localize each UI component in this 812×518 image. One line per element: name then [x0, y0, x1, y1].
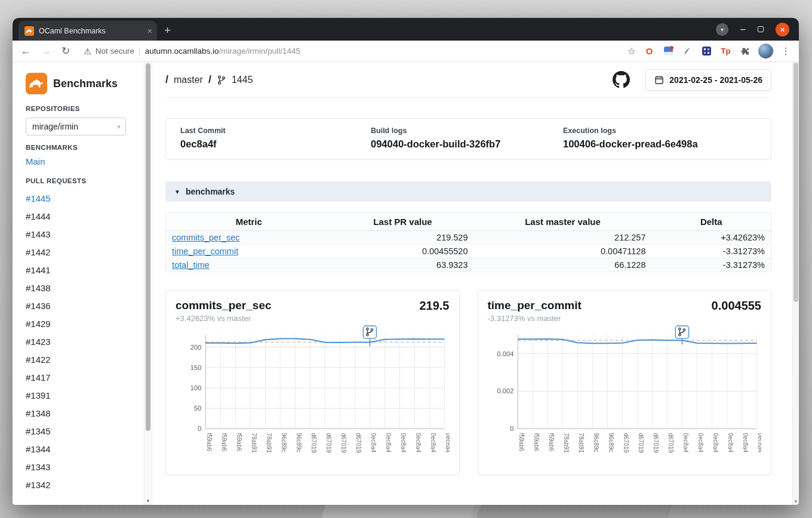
svg-text:78ab91: 78ab91	[578, 433, 585, 453]
toolbar-right-cluster: ☆ O Tp ⋮	[628, 44, 791, 58]
extension-icon-o[interactable]: O	[644, 45, 655, 57]
browser-menu-icon[interactable]: ⋮	[781, 45, 791, 57]
window-close-button[interactable]: ×	[776, 23, 789, 36]
svg-text:d67019: d67019	[623, 433, 629, 453]
page-scroll-down-icon[interactable]: ▼	[793, 499, 799, 504]
col-header-delta: Delta	[652, 213, 771, 231]
summary-card: Last Commit 0ec8a4f Build logs 094040-do…	[165, 118, 771, 159]
metric-cell: commits_per_sec	[166, 231, 332, 245]
benchmarks-section-header[interactable]: ▼ benchmarks	[165, 181, 771, 202]
feather-glyph	[683, 47, 692, 56]
svg-text:0.004: 0.004	[497, 350, 513, 357]
sidebar-item-pr-1417[interactable]: #1417	[26, 369, 135, 387]
sidebar-item-pr-1342[interactable]: #1342	[26, 476, 135, 494]
repository-select[interactable]: mirage/irmin ▾	[26, 118, 126, 135]
svg-text:0ec8a4: 0ec8a4	[727, 433, 734, 452]
page-scrollbar[interactable]: ▼	[792, 62, 799, 505]
table-row: time_per_commit0.004555200.00471128-3.31…	[166, 245, 771, 258]
svg-text:f59ab6: f59ab6	[518, 433, 525, 451]
chart-plot-time_per_commit[interactable]: 00.0020.004f59ab6f59ab6f59ab678ab9178ab9…	[488, 325, 762, 470]
last-commit-block: Last Commit 0ec8a4f	[180, 127, 371, 150]
url-host: autumn.ocamllabs.io	[145, 47, 219, 56]
sidebar-item-pr-1391[interactable]: #1391	[26, 387, 135, 405]
bookmark-star-icon[interactable]: ☆	[628, 45, 636, 57]
sidebar-item-pr-1344[interactable]: #1344	[26, 440, 135, 458]
extensions-puzzle-icon[interactable]	[739, 45, 751, 57]
svg-text:0ec8a4: 0ec8a4	[400, 433, 407, 452]
delta-cell: +3.42623%	[652, 231, 771, 245]
extension-icon-pixel[interactable]	[701, 45, 712, 57]
chart-card-commits_per_sec: commits_per_sec+3.42623% vs master219.50…	[165, 290, 460, 475]
svg-text:d67019: d67019	[355, 433, 362, 453]
pr-value-cell: 0.00455520	[332, 245, 474, 258]
metric-link[interactable]: total_time	[172, 260, 210, 270]
address-bar[interactable]: ⚠ Not secure | autumn.ocamllabs.io/mirag…	[84, 47, 617, 56]
tab-search-button[interactable]: ▾	[716, 23, 728, 36]
profile-avatar[interactable]	[758, 44, 773, 58]
svg-text:96c89c: 96c89c	[593, 433, 599, 452]
pr-value-cell: 63.9323	[332, 258, 474, 272]
charts-row: commits_per_sec+3.42623% vs master219.50…	[165, 290, 771, 475]
svg-text:f59ab6: f59ab6	[533, 433, 540, 451]
sidebar-scrollbar[interactable]: ▼	[144, 62, 152, 505]
last-commit-value: 0ec8a4f	[180, 138, 371, 150]
page-scrollbar-thumb[interactable]	[793, 63, 798, 302]
sidebar-item-pr-1348[interactable]: #1348	[26, 405, 135, 423]
header-right: 2021-02-25 - 2021-05-26	[613, 69, 771, 91]
minimize-button[interactable]: –	[740, 24, 746, 34]
svg-text:d67019: d67019	[310, 433, 317, 453]
new-tab-button[interactable]: +	[164, 24, 171, 37]
svg-text:96c89c: 96c89c	[281, 433, 287, 452]
extension-icon-tp[interactable]: Tp	[720, 45, 731, 57]
extension-icon-feather[interactable]	[682, 45, 693, 57]
svg-text:96c89c: 96c89c	[296, 433, 302, 452]
sidebar-item-pr-1443[interactable]: #1443	[26, 226, 135, 243]
sidebar-item-pr-1436[interactable]: #1436	[26, 297, 135, 315]
sidebar-item-pr-1345[interactable]: #1345	[26, 423, 135, 440]
sidebar-item-pr-1423[interactable]: #1423	[26, 333, 135, 351]
sidebar-scroll-down-icon[interactable]: ▼	[144, 498, 152, 504]
extension-icon-blue[interactable]	[663, 45, 674, 57]
breadcrumb-pr-number[interactable]: 1445	[232, 75, 253, 85]
chart-card-time_per_commit: time_per_commit-3.31273% vs master0.0045…	[478, 290, 772, 475]
svg-text:0ec8a4: 0ec8a4	[697, 433, 704, 452]
chart-title: time_per_commit	[488, 299, 582, 312]
sidebar-item-pr-1429[interactable]: #1429	[26, 315, 135, 333]
col-header-metric: Metric	[166, 213, 332, 231]
app-logo-camel-icon	[26, 73, 47, 94]
app-title: Benchmarks	[53, 78, 118, 90]
date-range-picker[interactable]: 2021-02-25 - 2021-05-26	[645, 69, 771, 91]
sidebar-item-pr-1343[interactable]: #1343	[26, 458, 135, 476]
chart-subtitle: -3.31273% vs master	[488, 314, 582, 323]
delta-cell: -3.31273%	[652, 258, 771, 272]
url-path: /mirage/irmin/pull/1445	[219, 47, 301, 56]
reload-button[interactable]: ↻	[61, 46, 70, 56]
back-button[interactable]: ←	[21, 46, 31, 56]
sidebar-item-pr-1441[interactable]: #1441	[26, 261, 135, 279]
master-value-cell: 66.1228	[474, 258, 652, 272]
desktop-background: OCaml Benchmarks × + ▾ – × ← → ↻ ⚠ Not s…	[0, 0, 812, 518]
sidebar-item-main[interactable]: Main	[26, 156, 135, 166]
sidebar-scrollbar-thumb[interactable]	[146, 63, 150, 431]
metric-link[interactable]: commits_per_sec	[172, 233, 240, 242]
github-icon[interactable]	[613, 71, 630, 88]
execution-logs-block: Execution logs 100406-docker-pread-6e498…	[563, 127, 698, 150]
chart-plot-commits_per_sec[interactable]: 050100150200f59ab6f59ab6f59ab678ab9178ab…	[176, 325, 450, 470]
sidebar-item-pr-1422[interactable]: #1422	[26, 351, 135, 369]
sidebar-item-pr-1442[interactable]: #1442	[26, 243, 135, 261]
forward-button[interactable]: →	[41, 46, 51, 56]
sidebar-item-pr-1438[interactable]: #1438	[26, 279, 135, 297]
breadcrumb-branch[interactable]: master	[174, 75, 203, 85]
browser-tab-bar: OCaml Benchmarks × + ▾ – ×	[13, 18, 799, 41]
browser-tab[interactable]: OCaml Benchmarks ×	[19, 21, 157, 41]
svg-text:0ec8a4: 0ec8a4	[712, 433, 719, 452]
svg-text:f59ab6: f59ab6	[221, 433, 227, 451]
sidebar-item-pr-1445[interactable]: #1445	[26, 190, 135, 208]
svg-text:50: 50	[194, 405, 201, 412]
last-commit-label: Last Commit	[180, 127, 371, 135]
metric-link[interactable]: time_per_commit	[172, 246, 238, 256]
chart-current-value: 0.004555	[712, 299, 761, 313]
tab-close-icon[interactable]: ×	[147, 26, 152, 36]
maximize-button[interactable]	[758, 26, 764, 32]
sidebar-item-pr-1444[interactable]: #1444	[26, 208, 135, 226]
